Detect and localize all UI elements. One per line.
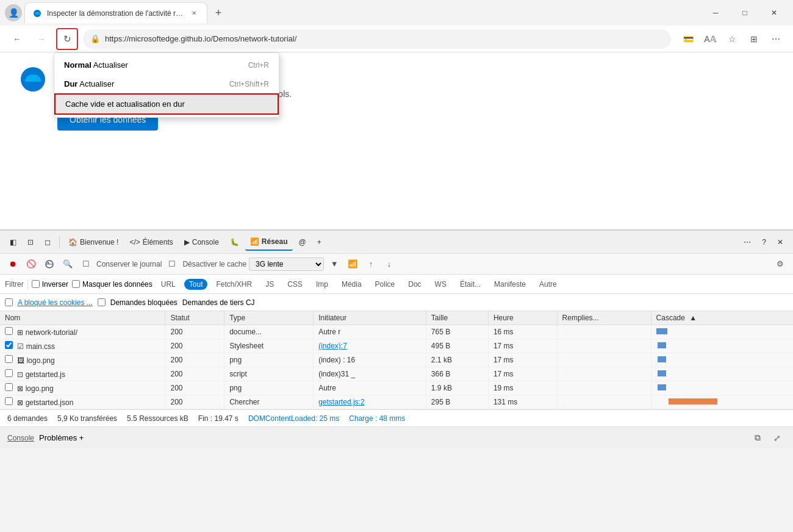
tab-close-button[interactable]: ✕	[188, 8, 199, 19]
col-remplies[interactable]: Remplies...	[557, 311, 651, 325]
cell-cascade	[651, 339, 793, 353]
col-taille[interactable]: Taille	[426, 311, 488, 325]
filter-btn[interactable]	[41, 256, 57, 272]
problems-label[interactable]: Problèmes +	[39, 433, 84, 442]
tout-filter-btn[interactable]: Tout	[184, 279, 208, 290]
blocked-cookies-checkbox[interactable]	[5, 298, 13, 306]
table-row[interactable]: ⊡ getstarted.js 200 script (index)31 _ 3…	[0, 367, 793, 381]
clear-cache-reload-item[interactable]: Cache vide et actualisation en dur	[54, 93, 279, 115]
detach-icon[interactable]: ⧉	[749, 430, 766, 447]
devtools-sidebar-btn[interactable]: ◧	[5, 234, 21, 251]
tab-welcome[interactable]: 🏠 Bienvenue !	[63, 234, 123, 251]
fetch-xhr-filter-btn[interactable]: Fetch/XHR	[211, 279, 257, 290]
avatar[interactable]: 👤	[5, 4, 22, 21]
context-menu: Normal Actualiser Ctrl+R Dur Actualiser …	[54, 52, 279, 118]
help-btn[interactable]: ?	[757, 234, 771, 251]
close-devtools-btn[interactable]: ✕	[772, 234, 788, 251]
doc-filter-btn[interactable]: Doc	[403, 279, 426, 290]
url-bar[interactable]: 🔒 https://microsoftedge.github.io/Demos/…	[83, 29, 671, 49]
throttle-select[interactable]: 3G lente Pas de limitation Rapide 3G	[249, 257, 324, 271]
col-statut[interactable]: Statut	[165, 311, 224, 325]
manifeste-filter-btn[interactable]: Manifeste	[489, 279, 531, 290]
media-filter-btn[interactable]: Média	[337, 279, 367, 290]
etait-filter-btn[interactable]: Était...	[455, 279, 486, 290]
bottom-icons: ⧉ ⤢	[749, 430, 786, 447]
devtools-panel-btn[interactable]: ◻	[40, 234, 56, 251]
col-type[interactable]: Type	[224, 311, 314, 325]
tab-elements[interactable]: </> Éléments	[124, 234, 178, 251]
tab-at[interactable]: @	[294, 234, 311, 251]
table-row[interactable]: ⊠ logo.png 200 png Autre 1.9 kB 19 ms	[0, 381, 793, 395]
cell-initiator: (index) : 16	[314, 353, 426, 367]
masquer-checkbox[interactable]: Masquer les données	[72, 280, 152, 289]
read-aloud-icon[interactable]: A𝔸	[700, 29, 720, 49]
cell-name: ⊠ getstarted.json	[0, 395, 165, 409]
status-bar: 6 demandes 5,9 Ko transférées 5.5 Ressou…	[0, 409, 793, 426]
tab-plus[interactable]: +	[312, 234, 326, 251]
cell-size: 2.1 kB	[426, 353, 488, 367]
col-cascade[interactable]: Cascade ▲	[651, 311, 793, 325]
browser-tab[interactable]: Inspecter la démonstration de l'activité…	[24, 2, 207, 23]
preserve-log-checkbox[interactable]: ☐	[78, 256, 94, 272]
forward-button[interactable]: →	[32, 29, 51, 49]
police-filter-btn[interactable]: Police	[370, 279, 400, 290]
normal-reload-item[interactable]: Normal Actualiser Ctrl+R	[54, 56, 279, 74]
back-button[interactable]: ←	[7, 29, 27, 49]
search-btn[interactable]: 🔍	[60, 256, 76, 272]
record-btn[interactable]: ⏺	[5, 256, 21, 272]
imp-filter-btn[interactable]: Imp	[311, 279, 333, 290]
reload-button[interactable]: ↻	[56, 28, 78, 50]
clear-btn[interactable]: 🚫	[23, 256, 39, 272]
disable-cache-checkbox[interactable]: ☐	[164, 256, 180, 272]
third-party-label: Demandes de tiers CJ	[182, 298, 255, 307]
url-filter-btn[interactable]: URL	[156, 279, 181, 290]
blocked-requests-checkbox[interactable]	[98, 298, 106, 306]
edge-icon	[32, 9, 42, 18]
hard-reload-item[interactable]: Dur Actualiser Ctrl+Shift+R	[54, 74, 279, 93]
collections-icon[interactable]: ⊞	[744, 29, 764, 49]
more-tools-dt-btn[interactable]: ⋯	[739, 234, 756, 251]
upload-btn[interactable]: ↑	[363, 256, 379, 272]
throttle-dropdown-btn[interactable]: ▼	[326, 256, 342, 272]
blocked-cookies-link[interactable]: A bloqué les cookies ...	[18, 298, 93, 307]
cell-name: ☑ main.css	[0, 339, 165, 353]
table-row[interactable]: ⊠ getstarted.json 200 Chercher getstarte…	[0, 395, 793, 409]
col-heure[interactable]: Heure	[488, 311, 557, 325]
preserve-log-label: Conserver le journal	[96, 260, 162, 268]
tab-debug[interactable]: 🐛	[225, 234, 244, 251]
maximize-button[interactable]: □	[731, 3, 759, 23]
favorites-icon[interactable]: ☆	[722, 29, 742, 49]
close-button[interactable]: ✕	[760, 3, 788, 23]
tab-console[interactable]: ▶ Console	[179, 234, 224, 251]
autre-filter-btn[interactable]: Autre	[534, 279, 562, 290]
cell-size: 366 B	[426, 367, 488, 381]
browser-chrome: 👤 Inspecter la démonstration de l'activi…	[0, 0, 793, 448]
minimize-button[interactable]: ─	[702, 3, 730, 23]
table-row[interactable]: ☑ main.css 200 Stylesheet (index):7 495 …	[0, 339, 793, 353]
hard-reload-label: Dur Actualiser	[64, 79, 224, 88]
cell-type: Stylesheet	[224, 339, 314, 353]
blocked-bar: A bloqué les cookies ... Demandes bloqué…	[0, 294, 793, 311]
resources-label: 5.5 Ressources kB	[127, 414, 188, 423]
settings-btn[interactable]: ⚙	[772, 256, 788, 272]
js-filter-btn[interactable]: JS	[260, 279, 279, 290]
cell-filled	[557, 367, 651, 381]
expand-icon[interactable]: ⤢	[769, 430, 786, 447]
table-row[interactable]: ⊞ network-tutorial/ 200 docume... Autre …	[0, 325, 793, 339]
cell-time: 16 ms	[488, 325, 557, 339]
new-tab-button[interactable]: +	[210, 4, 227, 21]
download-btn[interactable]: ↓	[381, 256, 397, 272]
inverser-checkbox[interactable]: Inverser	[32, 280, 68, 289]
ws-filter-btn[interactable]: WS	[430, 279, 451, 290]
more-tools-icon[interactable]: ⋯	[766, 29, 786, 49]
col-initiateur[interactable]: Initiateur	[314, 311, 426, 325]
table-row[interactable]: 🖼 logo.png 200 png (index) : 16 2.1 kB 1…	[0, 353, 793, 367]
devtools-dock-btn[interactable]: ⊡	[23, 234, 38, 251]
wallet-icon[interactable]: 💳	[678, 29, 698, 49]
cell-initiator: (index)31 _	[314, 367, 426, 381]
cell-status: 200	[165, 381, 224, 395]
css-filter-btn[interactable]: CSS	[282, 279, 307, 290]
tab-network[interactable]: 📶 Réseau	[245, 234, 293, 251]
col-nom[interactable]: Nom	[0, 311, 165, 325]
console-tab[interactable]: Console	[7, 434, 34, 442]
